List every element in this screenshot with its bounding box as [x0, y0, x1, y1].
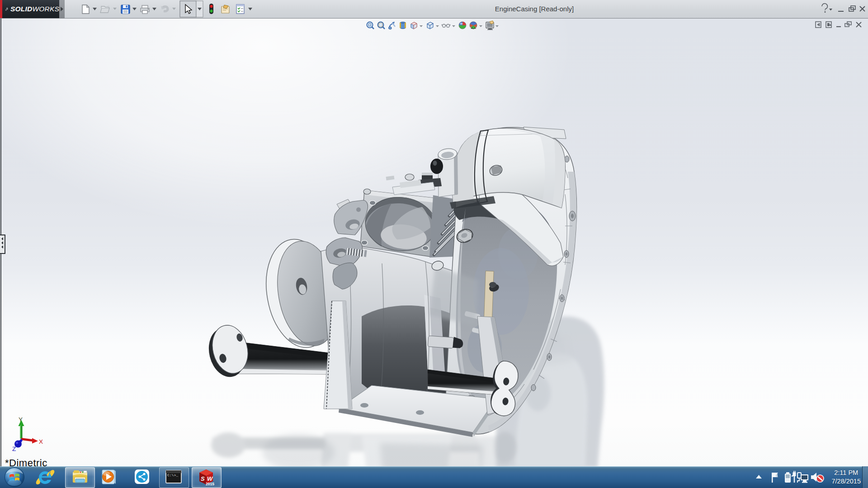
svg-text:Z: Z — [12, 446, 16, 452]
svg-text:S: S — [201, 475, 205, 482]
svg-text:W: W — [207, 475, 213, 482]
svg-text:X: X — [39, 438, 43, 445]
svg-text:2015: 2015 — [206, 482, 214, 486]
svg-text:C:\>_: C:\>_ — [167, 473, 178, 477]
